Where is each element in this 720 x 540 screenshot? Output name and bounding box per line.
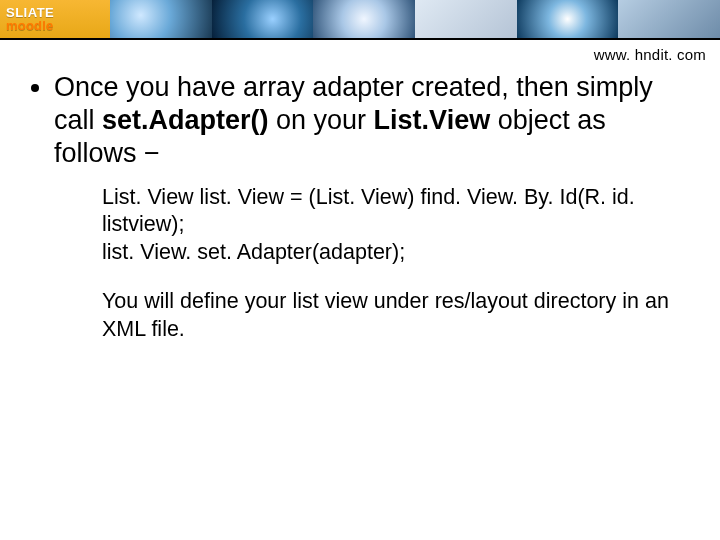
code-line-2: list. View. set. Adapter(adapter); bbox=[102, 239, 692, 267]
logo-bottom: moodle bbox=[6, 19, 54, 32]
description-text: You will define your list view under res… bbox=[102, 288, 692, 343]
header-collage bbox=[110, 0, 720, 38]
bullet-text-mid: on your bbox=[269, 105, 374, 135]
collage-tile bbox=[415, 0, 517, 38]
logo-block: SLIATE moodle bbox=[0, 0, 110, 38]
code-line-1: List. View list. View = (List. View) fin… bbox=[102, 184, 692, 239]
bullet-list: Once you have array adapter created, the… bbox=[28, 71, 692, 170]
collage-tile bbox=[618, 0, 720, 38]
logo-text: SLIATE moodle bbox=[6, 6, 54, 32]
collage-tile bbox=[517, 0, 619, 38]
header-banner: SLIATE moodle bbox=[0, 0, 720, 40]
bullet-bold-setadapter: set.Adapter() bbox=[102, 105, 269, 135]
collage-tile bbox=[313, 0, 415, 38]
content-area: Once you have array adapter created, the… bbox=[0, 63, 720, 343]
bullet-item: Once you have array adapter created, the… bbox=[54, 71, 692, 170]
bullet-bold-listview: List.View bbox=[374, 105, 491, 135]
source-url: www. hndit. com bbox=[0, 40, 720, 63]
collage-tile bbox=[212, 0, 314, 38]
collage-tile bbox=[110, 0, 212, 38]
slide: SLIATE moodle www. hndit. com Once you h… bbox=[0, 0, 720, 540]
code-block: List. View list. View = (List. View) fin… bbox=[102, 184, 692, 267]
